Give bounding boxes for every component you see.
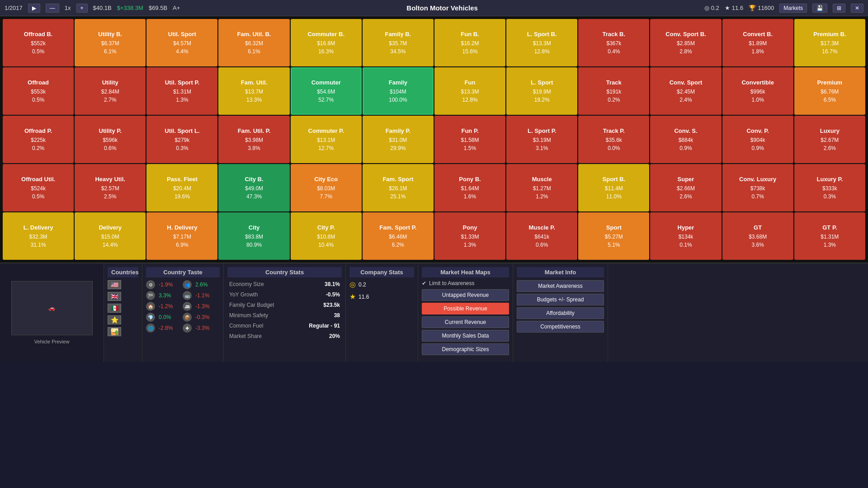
close-button[interactable]: ✕ bbox=[851, 4, 863, 13]
taste-row: 🏁 3.3% 🚌 -1.1% bbox=[146, 291, 220, 300]
grid-cell[interactable]: Fam. Util. B.$6.32M6.1% bbox=[218, 19, 289, 66]
top-bar: 1/2017 ▶ — 1x + $40.1B $+338.3M $69.5B A… bbox=[0, 0, 868, 16]
grid-cell[interactable]: Fun B.$16.2M15.6% bbox=[434, 19, 505, 66]
grid-cell[interactable]: City P.$10.8M10.4% bbox=[291, 212, 362, 260]
grid-cell[interactable]: Hyper$134k0.1% bbox=[650, 212, 721, 260]
grid-cell[interactable]: Sport$5.27M5.1% bbox=[578, 212, 649, 260]
country-stats-tab[interactable]: Country Stats bbox=[227, 267, 342, 277]
grid-cell[interactable]: Offroad$553k0.5% bbox=[3, 67, 74, 115]
grid-cell[interactable]: Commuter P.$13.1M12.7% bbox=[291, 116, 362, 163]
taste-icon2: ✚ bbox=[183, 324, 192, 333]
grid-cell[interactable]: Conv. Sport B.$2.85M2.8% bbox=[650, 19, 721, 66]
grid-cell[interactable]: Conv. Sport$2.45M2.4% bbox=[650, 67, 721, 115]
heatmap-btn[interactable]: Demographic Sizes bbox=[422, 343, 509, 355]
grid-cell[interactable]: Family$104M100.0% bbox=[363, 67, 434, 115]
grid-table: Offroad B.$552k0.5%Utility B.$6.37M6.1%U… bbox=[2, 18, 866, 261]
heatmap-btn[interactable]: Untapped Revenue bbox=[422, 289, 509, 301]
grid-cell[interactable]: City Eco$8.03M7.7% bbox=[291, 164, 362, 211]
country-item[interactable]: 🇲🇽 bbox=[108, 304, 138, 313]
country-taste-tab[interactable]: Country Taste bbox=[146, 267, 220, 277]
grid-cell[interactable]: Offroad Util.$524k0.5% bbox=[3, 164, 74, 211]
grid-cell[interactable]: GT$3.68M3.6% bbox=[722, 212, 793, 260]
grid-cell[interactable]: Pony B.$1.64M1.6% bbox=[434, 164, 505, 211]
market-heat-maps-tab[interactable]: Market Heat Maps bbox=[422, 267, 509, 277]
grid-cell[interactable]: Pony$1.33M1.3% bbox=[434, 212, 505, 260]
grid-cell[interactable]: GT P.$1.31M1.3% bbox=[794, 212, 865, 260]
country-item[interactable]: 🇺🇸 bbox=[108, 280, 138, 289]
grid-cell[interactable]: Family B.$35.7M34.5% bbox=[363, 19, 434, 66]
grid-cell[interactable]: Fam. Util. P.$3.98M3.8% bbox=[218, 116, 289, 163]
grid-cell[interactable]: H. Delivery$7.17M6.9% bbox=[146, 212, 217, 260]
grid-cell[interactable]: Offroad B.$552k0.5% bbox=[3, 19, 74, 66]
grid-cell[interactable]: Delivery$15.0M14.4% bbox=[75, 212, 146, 260]
market-info-section: Market Info Market AwarenessBudgets +/- … bbox=[513, 263, 608, 362]
grid-cell[interactable]: Util. Sport L.$279k0.3% bbox=[146, 116, 217, 163]
markets-button[interactable]: Markets bbox=[779, 4, 807, 13]
play-button[interactable]: ▶ bbox=[28, 4, 40, 13]
company-stats-tab[interactable]: Company Stats bbox=[349, 267, 414, 277]
grid-cell[interactable]: Conv. Luxury$738k0.7% bbox=[722, 164, 793, 211]
grid-cell[interactable]: Muscle P.$641k0.6% bbox=[506, 212, 577, 260]
heatmap-check[interactable]: ✔Limit to Awareness bbox=[422, 280, 509, 286]
grid-cell[interactable]: Commuter$54.6M52.7% bbox=[291, 67, 362, 115]
grid-cell[interactable]: Premium$6.76M6.5% bbox=[794, 67, 865, 115]
cash-display: $40.1B bbox=[93, 5, 112, 11]
grid-cell[interactable]: L. Delivery$32.3M31.1% bbox=[3, 212, 74, 260]
grid-cell[interactable]: Fun$13.3M12.8% bbox=[434, 67, 505, 115]
market-info-btn[interactable]: Budgets +/- Spread bbox=[517, 294, 604, 305]
market-info-tab[interactable]: Market Info bbox=[517, 267, 604, 277]
settings-button[interactable]: ⊞ bbox=[833, 4, 845, 13]
grid-cell[interactable]: City B.$49.0M47.3% bbox=[218, 164, 289, 211]
market-info-btn[interactable]: Market Awareness bbox=[517, 280, 604, 292]
grid-cell[interactable]: L. Sport B.$13.3M12.8% bbox=[506, 19, 577, 66]
grid-cell[interactable]: Fam. Util.$13.7M13.3% bbox=[218, 67, 289, 115]
grid-cell[interactable]: Utility P.$596k0.6% bbox=[75, 116, 146, 163]
market-heat-maps-section: Market Heat Maps ✔Limit to AwarenessUnta… bbox=[418, 263, 513, 362]
grid-cell[interactable]: Family P.$31.0M29.9% bbox=[363, 116, 434, 163]
grid-cell[interactable]: Conv. P.$904k0.9% bbox=[722, 116, 793, 163]
country-item[interactable]: 🏜️ bbox=[108, 327, 138, 336]
grid-cell[interactable]: Convert B.$1.89M1.8% bbox=[722, 19, 793, 66]
grid-cell[interactable]: Luxury$2.67M2.6% bbox=[794, 116, 865, 163]
heatmap-btn[interactable]: Monthly Sales Data bbox=[422, 330, 509, 342]
save-button[interactable]: 💾 bbox=[812, 4, 827, 13]
country-item[interactable]: ⭐ bbox=[108, 315, 138, 324]
grid-cell[interactable]: L. Sport$19.9M19.2% bbox=[506, 67, 577, 115]
grid-cell[interactable]: Util. Sport$4.57M4.4% bbox=[146, 19, 217, 66]
heatmap-btn[interactable]: Current Revenue bbox=[422, 316, 509, 328]
speed-up-button[interactable]: + bbox=[76, 4, 88, 13]
countries-tab[interactable]: Countries bbox=[108, 267, 138, 277]
grid-cell[interactable]: Track$191k0.2% bbox=[578, 67, 649, 115]
grid-cell[interactable]: Utility B.$6.37M6.1% bbox=[75, 19, 146, 66]
grid-cell[interactable]: City$83.8M80.9% bbox=[218, 212, 289, 260]
grid-cell[interactable]: Offroad P.$225k0.2% bbox=[3, 116, 74, 163]
taste-icon1: 💎 bbox=[146, 313, 155, 322]
grid-cell[interactable]: Premium B.$17.3M16.7% bbox=[794, 19, 865, 66]
market-info-btn[interactable]: Competitiveness bbox=[517, 321, 604, 333]
grid-cell[interactable]: Fam. Sport P.$6.46M6.2% bbox=[363, 212, 434, 260]
stat-value: 38.1% bbox=[325, 281, 340, 287]
grid-cell[interactable]: Super$2.66M2.6% bbox=[650, 164, 721, 211]
grid-cell[interactable]: L. Sport P.$3.19M3.1% bbox=[506, 116, 577, 163]
grid-cell[interactable]: Fam. Sport$26.1M25.1% bbox=[363, 164, 434, 211]
market-info-btn[interactable]: Affordability bbox=[517, 307, 604, 319]
grid-cell[interactable]: Convertible$996k1.0% bbox=[722, 67, 793, 115]
grid-cell[interactable]: Conv. S.$884k0.9% bbox=[650, 116, 721, 163]
grid-cell[interactable]: Heavy Util.$2.57M2.5% bbox=[75, 164, 146, 211]
grid-cell[interactable]: Commuter B.$16.8M16.3% bbox=[291, 19, 362, 66]
grid-cell[interactable]: Muscle$1.27M1.2% bbox=[506, 164, 577, 211]
grid-cell[interactable]: Fun P.$1.58M1.5% bbox=[434, 116, 505, 163]
grid-cell[interactable]: Track P.$35.6k0.0% bbox=[578, 116, 649, 163]
heatmap-btn[interactable]: Possible Revenue bbox=[422, 303, 509, 314]
grid-cell[interactable]: Utility$2.84M2.7% bbox=[75, 67, 146, 115]
grid-cell[interactable]: Util. Sport P.$1.31M1.3% bbox=[146, 67, 217, 115]
stat-row: Market Share20% bbox=[227, 332, 342, 340]
country-item[interactable]: 🇬🇧 bbox=[108, 292, 138, 301]
company-val: 0.2 bbox=[359, 282, 366, 288]
awareness-display: ◎ 0.2 bbox=[704, 5, 719, 11]
grid-cell[interactable]: Sport B.$11.4M11.0% bbox=[578, 164, 649, 211]
grid-cell[interactable]: Pass. Fleet$20.4M19.6% bbox=[146, 164, 217, 211]
grid-cell[interactable]: Track B.$367k0.4% bbox=[578, 19, 649, 66]
pause-button[interactable]: — bbox=[46, 4, 59, 13]
grid-cell[interactable]: Luxury P.$333k0.3% bbox=[794, 164, 865, 211]
